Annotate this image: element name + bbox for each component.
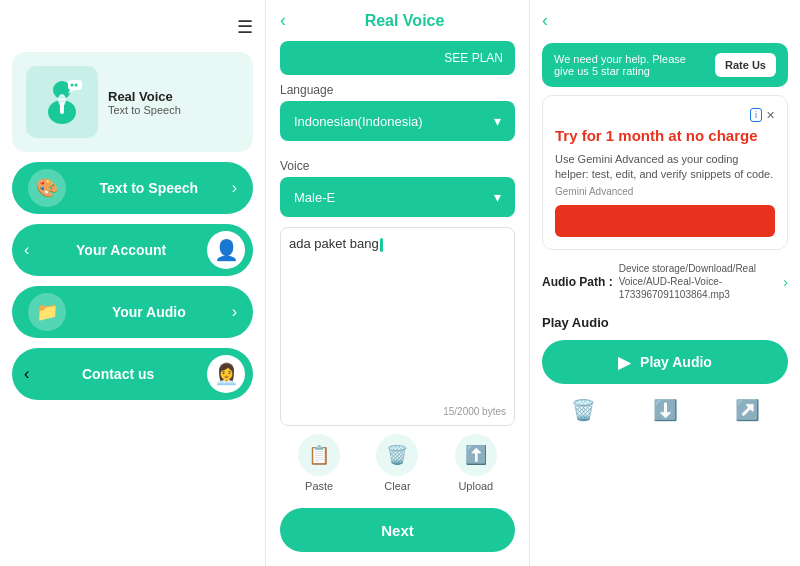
rate-us-label: Rate Us <box>725 59 766 71</box>
right-panel: ‹ We need your help. Please give us 5 st… <box>530 0 800 566</box>
audio-path-arrow-icon[interactable]: › <box>783 274 788 290</box>
promo-card: Real Voice Text to Speech <box>12 52 253 152</box>
voice-value: Male-E <box>294 190 494 205</box>
nav-audio-label: Your Audio <box>66 304 232 320</box>
rate-text: We need your help. Please give us 5 star… <box>554 53 707 77</box>
nav-tts-button[interactable]: 🎨 Text to Speech › <box>12 162 253 214</box>
bottom-actions-row: 🗑️ ⬇️ ↗️ <box>542 392 788 428</box>
middle-title: Real Voice <box>294 12 515 30</box>
promo-title: Real Voice <box>108 89 181 104</box>
svg-point-8 <box>58 94 66 106</box>
paste-label: Paste <box>305 480 333 492</box>
ad-badge: i <box>750 108 762 122</box>
hamburger-icon[interactable]: ☰ <box>237 16 253 38</box>
middle-back-arrow-icon[interactable]: ‹ <box>280 10 286 31</box>
upload-action[interactable]: ⬆️ Upload <box>455 434 497 492</box>
audio-path-label: Audio Path : <box>542 275 613 289</box>
right-back-arrow-icon[interactable]: ‹ <box>542 10 548 31</box>
audio-path-row: Audio Path : Device storage/Download/Rea… <box>542 258 788 305</box>
account-back-icon: ‹ <box>24 241 29 259</box>
left-panel: ☰ Real Voice Text to Speech <box>0 0 265 566</box>
left-header: ☰ <box>12 12 253 42</box>
language-value: Indonesian(Indonesia) <box>294 114 494 129</box>
svg-point-5 <box>71 84 74 87</box>
audio-icon: 📁 <box>28 293 66 331</box>
svg-point-6 <box>75 84 78 87</box>
nav-tts-label: Text to Speech <box>66 180 232 196</box>
play-audio-label: Play Audio <box>640 354 712 370</box>
contact-avatar: 👩‍💼 <box>207 355 245 393</box>
promo-subtitle: Text to Speech <box>108 104 181 116</box>
see-plan-bar[interactable]: SEE PLAN <box>280 41 515 75</box>
language-label: Language <box>266 75 529 101</box>
paste-icon: 📋 <box>298 434 340 476</box>
tts-arrow-icon: › <box>232 179 237 197</box>
ad-close-icon[interactable]: ✕ <box>766 109 775 122</box>
audio-arrow-icon: › <box>232 303 237 321</box>
nav-account-label: Your Account <box>35 242 207 258</box>
text-input-area[interactable]: ada paket bang 15/2000 bytes <box>280 227 515 426</box>
clear-label: Clear <box>384 480 410 492</box>
ad-description: Use Gemini Advanced as your coding helpe… <box>555 152 775 183</box>
voice-dropdown-icon: ▾ <box>494 189 501 205</box>
ad-cta-button[interactable] <box>555 205 775 237</box>
clear-icon: 🗑️ <box>376 434 418 476</box>
promo-text: Real Voice Text to Speech <box>108 89 181 116</box>
nav-audio-button[interactable]: 📁 Your Audio › <box>12 286 253 338</box>
paste-action[interactable]: 📋 Paste <box>298 434 340 492</box>
next-button[interactable]: Next <box>280 508 515 552</box>
next-label: Next <box>381 522 414 539</box>
play-section-label: Play Audio <box>542 313 788 332</box>
voice-dropdown[interactable]: Male-E ▾ <box>280 177 515 217</box>
account-avatar: 👤 <box>207 231 245 269</box>
language-dropdown[interactable]: Indonesian(Indonesia) ▾ <box>280 101 515 141</box>
middle-panel: ‹ Real Voice SEE PLAN Language Indonesia… <box>265 0 530 566</box>
nav-contact-label: Contact us <box>29 366 207 382</box>
text-value: ada paket bang <box>289 236 379 251</box>
ad-card: i ✕ Try for 1 month at no charge Use Gem… <box>542 95 788 250</box>
play-audio-button[interactable]: ▶ Play Audio <box>542 340 788 384</box>
download-button[interactable]: ⬇️ <box>653 398 678 422</box>
nav-account-button[interactable]: ‹ Your Account 👤 <box>12 224 253 276</box>
language-dropdown-icon: ▾ <box>494 113 501 129</box>
text-input-content[interactable]: ada paket bang <box>289 236 506 406</box>
action-row: 📋 Paste 🗑️ Clear ⬆️ Upload <box>266 426 529 500</box>
rate-us-button[interactable]: Rate Us <box>715 53 776 77</box>
middle-header: ‹ Real Voice <box>266 0 529 41</box>
ad-badge-row: i ✕ <box>555 108 775 122</box>
voice-label: Voice <box>266 151 529 177</box>
nav-contact-button[interactable]: ‹ Contact us 👩‍💼 <box>12 348 253 400</box>
audio-path-value: Device storage/Download/Real Voice/AUD-R… <box>619 262 778 301</box>
right-header: ‹ <box>542 10 788 35</box>
delete-button[interactable]: 🗑️ <box>571 398 596 422</box>
see-plan-label: SEE PLAN <box>444 51 503 65</box>
tts-icon: 🎨 <box>28 169 66 207</box>
upload-label: Upload <box>458 480 493 492</box>
share-button[interactable]: ↗️ <box>735 398 760 422</box>
text-counter: 15/2000 bytes <box>289 406 506 417</box>
promo-illustration <box>26 66 98 138</box>
text-cursor <box>380 238 383 252</box>
ad-source: Gemini Advanced <box>555 186 775 197</box>
rate-banner: We need your help. Please give us 5 star… <box>542 43 788 87</box>
clear-action[interactable]: 🗑️ Clear <box>376 434 418 492</box>
upload-icon: ⬆️ <box>455 434 497 476</box>
play-icon: ▶ <box>618 353 630 372</box>
ad-title: Try for 1 month at no charge <box>555 126 775 146</box>
